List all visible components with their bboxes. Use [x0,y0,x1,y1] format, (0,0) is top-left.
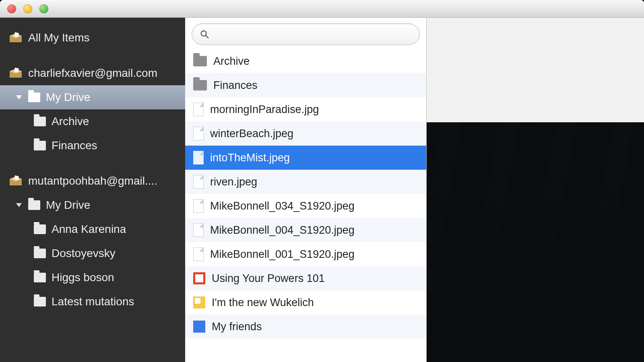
search-wrap [185,18,426,49]
sidebar-account[interactable]: charliefxavier@gmail.com [0,61,185,85]
file-name: My friends [212,321,262,333]
titlebar [0,0,644,18]
file-icon [193,223,204,237]
file-icon [193,199,204,213]
file-icon [193,127,204,140]
sidebar-folder[interactable]: Finances [0,134,185,158]
svg-line-10 [206,35,208,38]
folder-icon [193,56,207,66]
search-box[interactable] [192,23,420,45]
folder-icon [34,141,46,150]
file-name: I'm the new Wukelich [212,296,314,309]
sidebar-my-drive[interactable]: My Drive [0,85,185,109]
file-name: Finances [213,79,258,92]
svg-rect-8 [14,175,19,180]
file-row[interactable]: Finances [185,73,426,97]
svg-rect-2 [14,32,19,37]
folder-icon [34,273,46,282]
account-email: mutantpoohbah@gmail.... [28,175,157,187]
file-name: riven.jpeg [210,176,257,188]
file-icon [193,151,204,165]
slides-icon [193,272,205,284]
file-name: MikeBonnell_004_S1920.jpeg [210,224,355,237]
sidebar-item-label: Finances [52,139,97,152]
minimize-icon[interactable] [23,4,32,13]
sidebar-folder[interactable]: Latest mutations [0,290,185,314]
file-name: MikeBonnell_001_S1920.jpeg [210,248,355,261]
folder-icon [34,249,46,258]
file-row[interactable]: My friends [185,315,426,339]
folder-icon [28,200,40,210]
sidebar-item-label: Higgs boson [52,271,114,284]
file-icon [193,247,204,261]
sidebar-item-label: Latest mutations [52,295,134,308]
window-body: All My Items charliefxavier@gmail.com My… [0,18,644,362]
search-input[interactable] [214,29,411,40]
file-row[interactable]: Archive [185,49,426,73]
file-row[interactable]: riven.jpeg [185,170,426,194]
folder-icon [34,224,46,234]
file-name: intoTheMist.jpeg [210,152,290,164]
file-row[interactable]: MikeBonnell_004_S1920.jpeg [185,218,426,242]
file-name: morningInParadise.jpg [210,103,319,116]
folder-icon [28,93,40,102]
document-icon [193,321,205,333]
file-icon [193,175,204,189]
sidebar-item-label: Anna Karenina [52,223,126,236]
close-icon[interactable] [7,4,16,13]
file-row[interactable]: intoTheMist.jpeg [185,146,426,170]
chevron-down-icon[interactable] [16,203,22,207]
sidebar-all-items[interactable]: All My Items [0,26,185,50]
preview-image [427,122,644,362]
chevron-down-icon[interactable] [16,95,22,99]
sidebar-item-label: All My Items [28,31,89,44]
file-row[interactable]: I'm the new Wukelich [185,290,426,315]
sidebar-folder[interactable]: Higgs boson [0,265,185,290]
box-icon [9,175,23,187]
file-row[interactable]: MikeBonnell_034_S1920.jpeg [185,194,426,218]
file-row[interactable]: morningInParadise.jpg [185,97,426,121]
preview-pane [427,18,644,362]
file-name: Archive [213,55,250,68]
file-name: winterBeach.jpeg [210,128,293,140]
drawing-icon [193,296,205,309]
file-name: MikeBonnell_034_S1920.jpeg [210,200,355,212]
folder-icon [34,297,46,306]
sidebar-item-label: Archive [52,115,89,128]
sidebar-account[interactable]: mutantpoohbah@gmail.... [0,169,185,193]
app-window: All My Items charliefxavier@gmail.com My… [0,0,644,362]
file-list: ArchiveFinancesmorningInParadise.jpgwint… [185,49,426,362]
box-icon [9,67,23,79]
file-icon [193,103,204,116]
sidebar-item-label: Dostoyevsky [52,247,116,260]
account-email: charliefxavier@gmail.com [28,67,157,80]
file-row[interactable]: MikeBonnell_001_S1920.jpeg [185,242,426,266]
preview-header-stripe [427,18,644,122]
sidebar-item-label: My Drive [46,199,90,212]
sidebar-my-drive[interactable]: My Drive [0,193,185,217]
sidebar-folder[interactable]: Archive [0,109,185,134]
file-name: Using Your Powers 101 [212,272,325,285]
sidebar: All My Items charliefxavier@gmail.com My… [0,18,185,362]
folder-icon [34,117,46,126]
box-icon [9,32,23,44]
file-list-pane: ArchiveFinancesmorningInParadise.jpgwint… [185,18,427,362]
zoom-icon[interactable] [39,4,48,13]
file-row[interactable]: Using Your Powers 101 [185,266,426,290]
folder-icon [193,80,207,90]
search-icon [200,30,209,39]
sidebar-folder[interactable]: Anna Karenina [0,217,185,241]
svg-rect-5 [14,68,19,72]
sidebar-item-label: My Drive [46,91,90,104]
sidebar-folder[interactable]: Dostoyevsky [0,241,185,265]
file-row[interactable]: winterBeach.jpeg [185,121,426,146]
